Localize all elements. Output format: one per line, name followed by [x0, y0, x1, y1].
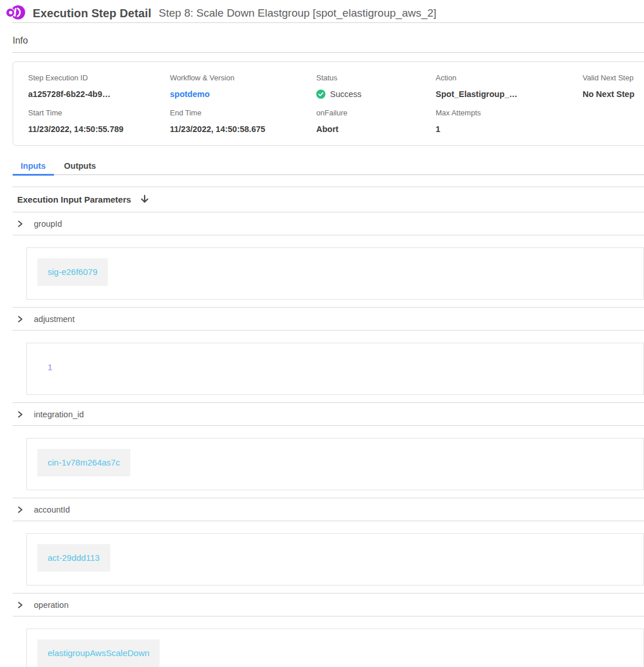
chevron-right-icon[interactable]: [16, 315, 24, 323]
param-section-groupid: groupId sig-e26f6079: [13, 212, 644, 300]
field-label: onFailure: [316, 108, 436, 117]
params-header: Execution Input Parameters: [13, 187, 644, 212]
field-label: Valid Next Step: [583, 73, 644, 82]
field-label: Status: [316, 73, 436, 82]
param-section-operation: operation elastigroupAwsScaleDown: [13, 593, 644, 667]
params-title: Execution Input Parameters: [17, 195, 131, 204]
param-value: elastigroupAwsScaleDown: [37, 639, 160, 667]
field-on-failure: onFailure Abort: [316, 108, 436, 134]
param-value-panel: elastigroupAwsScaleDown: [26, 629, 644, 667]
field-max-attempts: Max Attempts 1: [436, 108, 583, 134]
status-text: Success: [330, 90, 362, 99]
tab-inputs[interactable]: Inputs: [13, 157, 54, 174]
field-value: 1: [436, 125, 583, 134]
field-value: Spot_Elastigroup_…: [436, 90, 583, 99]
param-section-integration-id: integration_id cin-1v78m264as7c: [13, 402, 644, 490]
header-divider: [12, 22, 644, 23]
tab-outputs[interactable]: Outputs: [56, 157, 104, 174]
field-workflow-version: Workflow & Version spotdemo: [170, 73, 316, 99]
field-step-execution-id: Step Execution ID a125728f-6b22-4b9…: [28, 73, 170, 99]
download-icon[interactable]: [139, 194, 150, 205]
param-header-row[interactable]: accountId: [13, 498, 644, 521]
param-value: act-29ddd113: [37, 544, 110, 572]
param-value: sig-e26f6079: [37, 258, 108, 286]
param-section-adjustment: adjustment 1: [13, 307, 644, 395]
param-value: cin-1v78m264as7c: [37, 449, 130, 476]
field-label: Step Execution ID: [28, 73, 170, 82]
info-card: Step Execution ID a125728f-6b22-4b9… Wor…: [13, 61, 644, 146]
field-end-time: End Time 11/23/2022, 14:50:58.675: [170, 108, 316, 134]
param-name: adjustment: [34, 315, 75, 324]
execution-input-parameters: Execution Input Parameters groupId sig-e…: [13, 187, 644, 667]
spot-logo-icon: [6, 3, 25, 24]
param-value-panel: sig-e26f6079: [26, 247, 644, 300]
field-label: Max Attempts: [436, 108, 583, 117]
tab-bar: Inputs Outputs: [13, 157, 644, 175]
param-header-row[interactable]: integration_id: [13, 403, 644, 426]
info-section-heading: Info: [13, 36, 644, 46]
field-value: Abort: [316, 125, 436, 134]
page-title: Execution Step Detail: [33, 7, 152, 20]
field-value: 11/23/2022, 14:50:55.789: [28, 125, 170, 134]
field-label: Workflow & Version: [170, 73, 316, 82]
param-value: 1: [37, 354, 63, 381]
param-header-row[interactable]: groupId: [13, 212, 644, 235]
param-name: integration_id: [34, 410, 84, 419]
param-header-row[interactable]: operation: [13, 594, 644, 616]
chevron-right-icon[interactable]: [16, 220, 24, 228]
field-value: 11/23/2022, 14:50:58.675: [170, 125, 316, 134]
field-status: Status Success: [316, 73, 436, 99]
field-action: Action Spot_Elastigroup_…: [436, 73, 583, 99]
param-name: operation: [34, 600, 68, 610]
field-value: No Next Step: [583, 90, 644, 99]
chevron-right-icon[interactable]: [16, 506, 24, 514]
app-header: Execution Step Detail Step 8: Scale Down…: [0, 0, 644, 22]
field-label: End Time: [170, 108, 316, 117]
page-subtitle: Step 8: Scale Down Elastgroup [spot_elas…: [159, 7, 437, 20]
param-name: groupId: [34, 219, 62, 228]
param-section-accountid: accountId act-29ddd113: [13, 498, 644, 585]
field-start-time: Start Time 11/23/2022, 14:50:55.789: [28, 108, 170, 134]
field-label: Start Time: [28, 108, 170, 117]
success-check-icon: [316, 90, 325, 99]
param-value-panel: cin-1v78m264as7c: [26, 438, 644, 490]
param-header-row[interactable]: adjustment: [13, 308, 644, 331]
info-divider: [12, 52, 644, 53]
field-label: Action: [436, 73, 583, 82]
chevron-right-icon[interactable]: [16, 601, 24, 609]
workflow-link[interactable]: spotdemo: [170, 90, 210, 99]
param-value-panel: act-29ddd113: [26, 533, 644, 585]
param-value-panel: 1: [26, 343, 644, 395]
field-valid-next-step: Valid Next Step No Next Step: [583, 73, 644, 99]
chevron-right-icon[interactable]: [16, 410, 24, 418]
field-value: a125728f-6b22-4b9…: [28, 90, 170, 99]
param-name: accountId: [34, 505, 70, 514]
